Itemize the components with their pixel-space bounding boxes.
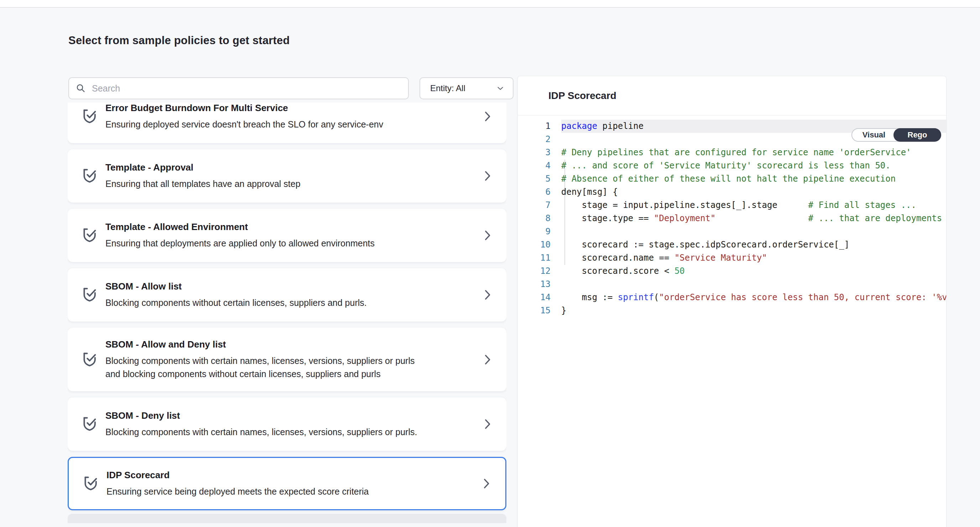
policy-card-text: SBOM - Allow and Deny list Blocking comp… xyxy=(105,338,419,381)
policy-card-text: IDP Scorecard Ensuring service being dep… xyxy=(107,469,369,498)
code-line: 5 # Absence of either of these will not … xyxy=(518,172,946,186)
line-number: 5 xyxy=(518,172,550,186)
shield-check-icon xyxy=(81,225,100,245)
code-line: 4 # ... and score of 'Service Maturity' … xyxy=(518,159,946,172)
shield-check-icon xyxy=(81,107,100,126)
code-token-string: "orderService has score less than 50, cu… xyxy=(659,292,946,303)
code-token-plain xyxy=(716,213,808,223)
search-icon xyxy=(75,83,86,94)
code-line: 13 xyxy=(518,278,946,291)
policy-title: IDP Scorecard xyxy=(107,469,369,481)
policy-title: SBOM - Allow and Deny list xyxy=(105,338,419,350)
policy-description: Ensuring that deployments are applied on… xyxy=(105,237,375,250)
chevron-down-icon xyxy=(496,84,505,93)
policy-title: Template - Approval xyxy=(105,161,301,174)
chevron-right-icon xyxy=(480,109,494,124)
policy-card-text: Template - Allowed Environment Ensuring … xyxy=(105,221,375,250)
line-number: 10 xyxy=(518,238,550,252)
code-token-plain: scorecard.name == xyxy=(561,253,675,263)
policy-title: SBOM - Deny list xyxy=(105,409,417,422)
code-token-plain: deny[msg] { xyxy=(561,187,618,197)
search-box[interactable] xyxy=(68,77,409,99)
code-line: 8 stage.type == "Deployment" # ... that … xyxy=(518,212,946,225)
chevron-right-icon xyxy=(480,228,494,242)
code-token-comment: # Absence of either of these will not ha… xyxy=(561,174,896,184)
code-text: scorecard.name == "Service Maturity" xyxy=(561,252,946,264)
code-editor[interactable]: 1 package pipeline 2 3 # Deny pipelines … xyxy=(518,115,946,317)
line-number: 6 xyxy=(518,186,550,199)
policy-card-text: SBOM - Allow list Blocking components wi… xyxy=(105,280,367,309)
code-line: 11 scorecard.name == "Service Maturity" xyxy=(518,252,946,264)
shield-check-icon xyxy=(81,285,100,305)
code-token-string: "Service Maturity" xyxy=(675,253,767,263)
line-number: 11 xyxy=(518,252,550,264)
code-text: deny[msg] { xyxy=(561,186,946,199)
code-text: scorecard.score < 50 xyxy=(561,264,946,278)
line-number: 14 xyxy=(518,291,550,304)
code-token-plain: stage.type == xyxy=(561,213,654,223)
entity-filter-dropdown[interactable]: Entity: All xyxy=(420,77,514,99)
code-token-comment: # Find all stages ... xyxy=(808,200,916,210)
shield-check-icon xyxy=(81,350,100,369)
policy-card[interactable]: Error Budget Burndown For Multi Service … xyxy=(68,103,506,143)
view-mode-toggle[interactable]: Visual Rego xyxy=(851,128,941,142)
code-token-plain: scorecard.score < xyxy=(561,266,675,276)
toggle-option-rego[interactable]: Rego xyxy=(894,128,941,142)
policy-list-viewport: Error Budget Burndown For Multi Service … xyxy=(68,103,506,527)
shield-check-icon xyxy=(81,414,100,434)
page-title: Select from sample policies to get start… xyxy=(68,34,290,47)
policy-card[interactable]: SBOM - Deny list Blocking components wit… xyxy=(68,397,506,451)
line-number: 7 xyxy=(518,199,550,212)
policy-description: Ensuring that all templates have an appr… xyxy=(105,177,301,191)
code-text xyxy=(561,278,946,291)
code-text: } xyxy=(561,304,946,317)
line-number: 9 xyxy=(518,225,550,238)
code-token-plain: scorecard := stage.spec.idpScorecard.ord… xyxy=(561,240,849,250)
line-number: 3 xyxy=(518,146,550,159)
policy-card[interactable]: IDP Scorecard Ensuring service being dep… xyxy=(68,457,506,510)
policy-card[interactable]: SBOM - Allow list Blocking components wi… xyxy=(68,268,506,322)
shield-check-icon xyxy=(81,166,100,186)
line-number: 2 xyxy=(518,133,550,146)
detail-panel-title: IDP Scorecard xyxy=(549,90,616,102)
policy-card[interactable]: Template - Allowed Environment Ensuring … xyxy=(68,209,506,262)
code-token-plain: stage = input.pipeline.stages[_].stage xyxy=(561,200,808,210)
code-token-comment: # Deny pipelines that are configured for… xyxy=(561,147,911,158)
code-token-function: sprintf xyxy=(618,292,654,303)
code-token-number: 50 xyxy=(675,266,685,276)
code-text: # Deny pipelines that are configured for… xyxy=(561,146,946,159)
policy-title: Template - Allowed Environment xyxy=(105,221,375,233)
policy-description: Blocking components without certain lice… xyxy=(105,296,367,309)
policy-title: Error Budget Burndown For Multi Service xyxy=(105,103,383,114)
chevron-right-icon xyxy=(480,417,494,431)
code-token-plain: msg := xyxy=(561,292,618,303)
search-input[interactable] xyxy=(92,83,402,94)
chevron-right-icon xyxy=(479,476,493,491)
next-card-peek xyxy=(68,514,506,523)
policy-card-text: Error Budget Burndown For Multi Service … xyxy=(105,103,383,131)
detail-panel-header: IDP Scorecard xyxy=(518,76,946,115)
line-number: 13 xyxy=(518,278,550,291)
policy-description: Ensuring service being deployed meets th… xyxy=(107,485,369,498)
code-token-comment: # ... that are deployments xyxy=(808,213,942,223)
policy-detail-panel: IDP Scorecard Visual Rego 1 package pipe… xyxy=(517,76,947,527)
code-line: 12 scorecard.score < 50 xyxy=(518,264,946,278)
policy-description: Blocking components with certain names, … xyxy=(105,425,417,439)
code-line: 3 # Deny pipelines that are configured f… xyxy=(518,146,946,159)
policy-card[interactable]: Template - Approval Ensuring that all te… xyxy=(68,149,506,202)
code-line: 9 xyxy=(518,225,946,238)
code-text: msg := sprintf("orderService has score l… xyxy=(561,291,946,304)
chevron-right-icon xyxy=(480,288,494,302)
policy-card[interactable]: SBOM - Allow and Deny list Blocking comp… xyxy=(68,328,506,391)
code-line: 7 stage = input.pipeline.stages[_].stage… xyxy=(518,199,946,212)
code-line: 15 } xyxy=(518,304,946,317)
code-text: stage = input.pipeline.stages[_].stage #… xyxy=(561,199,946,212)
top-app-strip xyxy=(0,0,980,8)
code-token-plain: } xyxy=(561,306,566,315)
policy-description: Ensuring deployed service doesn't breach… xyxy=(105,118,383,131)
line-number: 4 xyxy=(518,159,550,172)
policy-list: Error Budget Burndown For Multi Service … xyxy=(68,103,506,523)
code-text: # Absence of either of these will not ha… xyxy=(561,172,946,186)
chevron-right-icon xyxy=(480,352,494,367)
toggle-option-visual[interactable]: Visual xyxy=(852,128,896,142)
